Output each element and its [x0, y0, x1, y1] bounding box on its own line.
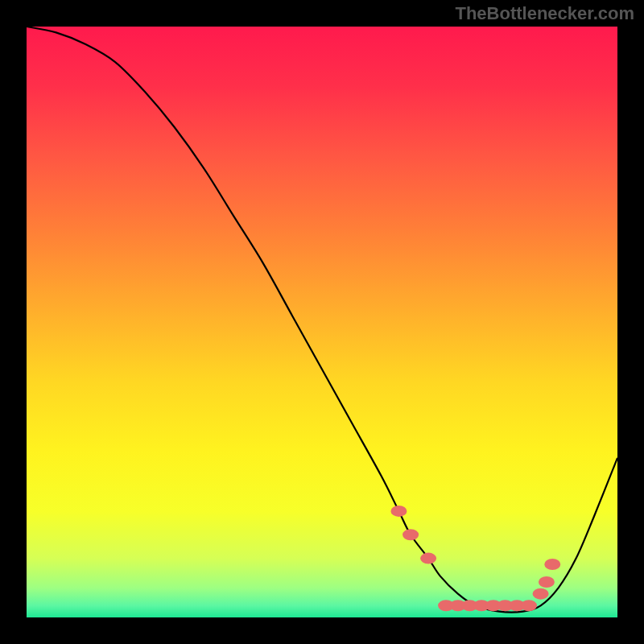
chart-container: TheBottlenecker.com	[0, 0, 644, 644]
marker-point	[402, 529, 419, 540]
attribution-label: TheBottlenecker.com	[455, 3, 634, 24]
curve-markers	[390, 506, 560, 611]
marker-point	[539, 576, 555, 588]
bottleneck-curve	[27, 27, 617, 613]
marker-point	[420, 553, 436, 564]
marker-point	[390, 506, 407, 517]
marker-point	[521, 600, 537, 611]
marker-point	[544, 559, 560, 570]
curve-layer	[27, 27, 617, 617]
plot-area	[27, 27, 617, 617]
marker-point	[533, 588, 549, 600]
